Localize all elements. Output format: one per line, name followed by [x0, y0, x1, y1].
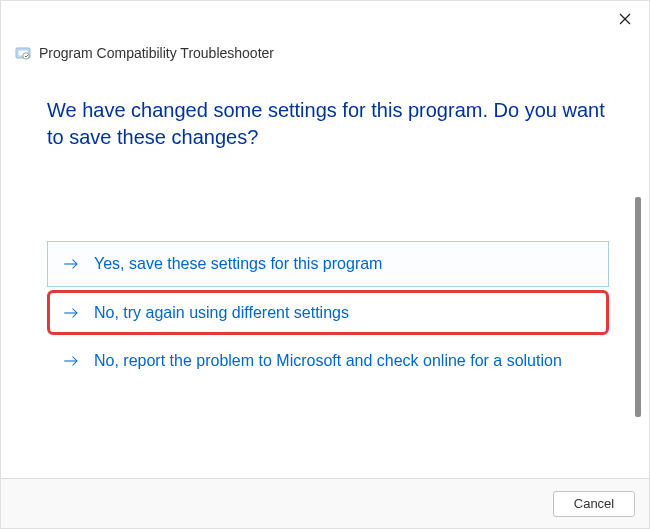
wizard-header: Program Compatibility Troubleshooter	[1, 33, 649, 69]
close-icon	[619, 13, 631, 25]
close-button[interactable]	[611, 7, 639, 31]
arrow-right-icon	[62, 304, 80, 322]
options-list: Yes, save these settings for this progra…	[47, 241, 609, 384]
wizard-title: Program Compatibility Troubleshooter	[39, 45, 274, 61]
cancel-button[interactable]: Cancel	[553, 491, 635, 517]
option-report-problem[interactable]: No, report the problem to Microsoft and …	[47, 338, 609, 384]
svg-point-4	[23, 53, 29, 59]
footer: Cancel	[1, 478, 649, 528]
arrow-right-icon	[62, 255, 80, 273]
main-heading: We have changed some settings for this p…	[47, 97, 609, 151]
option-label: Yes, save these settings for this progra…	[94, 253, 382, 275]
option-save-settings[interactable]: Yes, save these settings for this progra…	[47, 241, 609, 287]
option-try-again[interactable]: No, try again using different settings	[47, 290, 609, 336]
scrollbar[interactable]	[635, 197, 641, 417]
arrow-right-icon	[62, 352, 80, 370]
option-label: No, report the problem to Microsoft and …	[94, 350, 562, 372]
option-label: No, try again using different settings	[94, 302, 349, 324]
troubleshooter-icon	[15, 45, 31, 61]
titlebar	[1, 1, 649, 33]
main-content: We have changed some settings for this p…	[1, 69, 649, 469]
